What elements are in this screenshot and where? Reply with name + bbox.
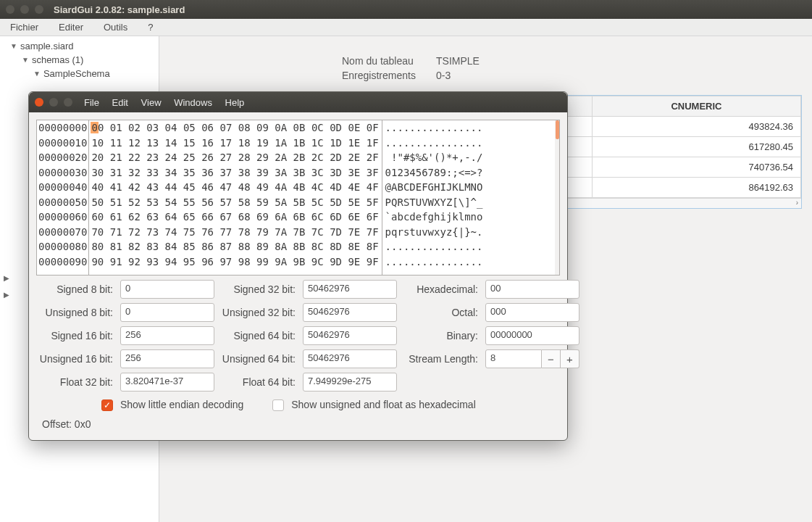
value-unsigned-64[interactable]: 50462976 [303,349,397,368]
hex-vertical-scrollbar[interactable] [555,120,559,275]
value-octal[interactable]: 000 [485,303,579,322]
label-unsigned-8: Unsigned 8 bit: [36,307,116,318]
meta-rows-value: 0-3 [436,70,451,81]
window-close-icon[interactable] [6,5,14,14]
hex-menu-windows[interactable]: Windows [174,97,212,108]
label-signed-64: Signed 64 bit: [219,330,298,341]
label-binary: Binary: [401,330,481,341]
value-signed-8[interactable]: 0 [120,280,214,299]
checkbox-show-hex-label: Show unsigned and float as hexadecimal [291,399,476,410]
hex-bytes-rest: 10 11 12 13 14 15 16 17 18 19 1A 1B 1C 1… [91,137,378,268]
checkbox-show-hex[interactable]: Show unsigned and float as hexadecimal [272,399,475,411]
value-float-32[interactable]: 3.820471e-37 [120,373,214,392]
menu-edit[interactable]: Editer [59,22,83,33]
scrollbar-thumb[interactable] [556,120,559,139]
hex-menu-view[interactable]: View [141,97,162,108]
label-stream-length: Stream Length: [401,353,481,365]
meta-name-value: TSIMPLE [436,55,480,67]
tree-root-label: sample.siard [20,41,74,51]
stream-length-increment-button[interactable]: + [561,349,579,368]
hex-bytes-column[interactable]: 00 01 02 03 04 05 06 07 08 09 0A 0B 0C 0… [89,120,382,275]
meta-rows-label: Enregistrements [342,70,436,81]
value-float-64[interactable]: 7.949929e-275 [303,373,397,392]
menu-help[interactable]: ? [148,22,153,33]
checkbox-little-endian-label: Show little endian decoding [120,399,243,410]
cell: 864192.63 [592,178,800,198]
cell: 617280.45 [592,137,800,157]
tree-schemas-label: schemas (1) [32,54,84,65]
hex-menu-file[interactable]: File [84,97,99,108]
hex-titlebar[interactable]: File Edit View Windows Help [29,92,567,112]
hex-dump-area[interactable]: 00000000 00000010 00000020 00000030 0000… [36,120,560,276]
disclosure-icon[interactable]: ▼ [33,70,41,78]
hex-offsets-column: 00000000 00000010 00000020 00000030 0000… [37,120,89,275]
chevron-right-icon[interactable]: ▶ [4,274,9,282]
data-inspector: Signed 8 bit: 0 Signed 32 bit: 50462976 … [36,280,560,392]
disclosure-icon[interactable]: ▼ [22,56,29,64]
label-signed-32: Signed 32 bit: [219,283,298,295]
label-signed-8: Signed 8 bit: [36,283,116,295]
window-titlebar: SiardGui 2.0.82: sample.siard [0,0,812,19]
main-menubar: Fichier Editer Outils ? [0,19,812,36]
hex-editor-dialog: File Edit View Windows Help 00000000 000… [28,91,568,441]
dialog-maximize-icon[interactable] [64,98,72,107]
offset-readout: Offset: 0x0 [42,418,567,430]
dialog-close-icon[interactable] [35,98,43,107]
label-unsigned-32: Unsigned 32 bit: [219,307,298,318]
cell: 740736.54 [592,157,800,178]
window-maximize-icon[interactable] [35,5,43,14]
col-header[interactable]: CNUMERIC [592,96,800,117]
chevron-right-icon[interactable]: ▶ [4,291,9,299]
disclosure-icon[interactable]: ▼ [10,42,17,50]
label-signed-16: Signed 16 bit: [36,330,116,341]
label-float-64: Float 64 bit: [219,376,298,388]
value-signed-16[interactable]: 256 [120,326,214,345]
cell: 493824.36 [592,117,800,137]
hex-menubar: File Edit View Windows Help [84,97,254,108]
label-unsigned-16: Unsigned 16 bit: [36,353,116,365]
label-hexadecimal: Hexadecimal: [401,283,481,295]
value-hexadecimal[interactable]: 00 [485,280,579,299]
hex-first-row-rest: 0 01 02 03 04 05 06 07 08 09 0A 0B 0C 0D… [98,122,379,133]
menu-tools[interactable]: Outils [104,22,127,33]
value-unsigned-16[interactable]: 256 [120,349,214,368]
checkbox-icon[interactable]: ✓ [101,399,113,411]
value-binary[interactable]: 00000000 [485,326,579,345]
value-unsigned-8[interactable]: 0 [120,303,214,322]
value-signed-64[interactable]: 50462976 [303,326,397,345]
stream-length-decrement-button[interactable]: − [542,349,561,368]
value-unsigned-32[interactable]: 50462976 [303,303,397,322]
label-octal: Octal: [401,307,481,318]
menu-file[interactable]: Fichier [10,22,38,33]
hex-menu-help[interactable]: Help [225,97,245,108]
dialog-minimize-icon[interactable] [49,98,58,107]
checkbox-little-endian[interactable]: ✓ Show little endian decoding [101,399,243,411]
value-signed-32[interactable]: 50462976 [303,280,397,299]
label-float-32: Float 32 bit: [36,376,116,388]
table-meta: Nom du tableau TSIMPLE Enregistrements 0… [342,55,480,84]
value-stream-length[interactable]: 8 [485,349,542,368]
checkbox-icon[interactable] [272,399,284,411]
window-title: SiardGui 2.0.82: sample.siard [54,4,185,15]
tree-collapsed-stubs: ▶ ▶ [4,274,9,299]
hex-ascii-column: ................ ................ !"#$%&… [382,120,486,275]
window-minimize-icon[interactable] [20,5,29,14]
tree-root[interactable]: ▼ sample.siard [0,39,159,53]
hex-menu-edit[interactable]: Edit [112,97,128,108]
label-unsigned-64: Unsigned 64 bit: [219,353,298,365]
scroll-right-icon[interactable]: › [796,199,798,207]
tree-schemas[interactable]: ▼ schemas (1) [0,53,159,67]
tree-schema-label: SampleSchema [43,68,110,79]
stream-length-control: 8 − + [485,349,579,368]
inspector-options: ✓ Show little endian decoding Show unsig… [101,399,560,411]
tree-schema[interactable]: ▼ SampleSchema [0,67,159,80]
meta-name-label: Nom du tableau [342,55,436,67]
